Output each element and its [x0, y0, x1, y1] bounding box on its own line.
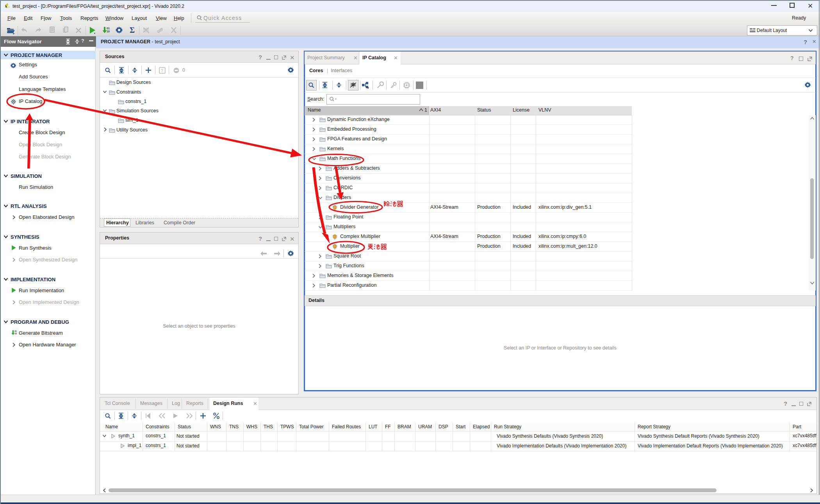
- svg-text:10: 10: [107, 30, 110, 33]
- svg-text:?: ?: [161, 68, 163, 73]
- svg-text:Σ: Σ: [130, 26, 135, 34]
- svg-text:10: 10: [14, 332, 17, 335]
- svg-text:01: 01: [107, 27, 110, 30]
- svg-text:01: 01: [14, 330, 17, 332]
